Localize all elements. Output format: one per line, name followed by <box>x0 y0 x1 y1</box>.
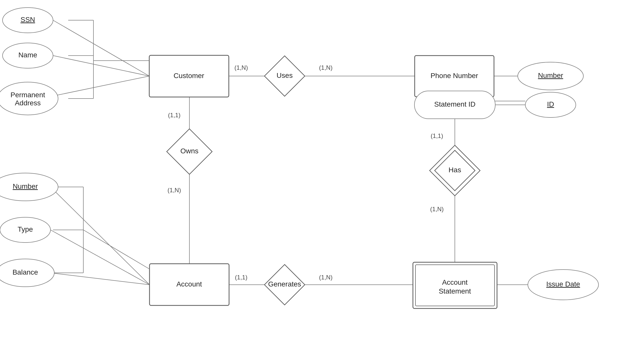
entity-customer-label: Customer <box>174 72 204 80</box>
entity-account-label: Account <box>176 280 202 288</box>
relationship-owns-label: Owns <box>180 147 199 155</box>
line-ssn-customer <box>53 20 149 76</box>
attribute-account-number-label: Number <box>13 182 38 190</box>
attribute-type-label: Type <box>18 225 33 233</box>
line-name-customer <box>53 56 149 76</box>
attribute-issue-date-label: Issue Date <box>546 280 580 288</box>
line-balance-account <box>51 273 150 285</box>
attribute-phone-number-val-label: Number <box>538 71 563 79</box>
card-owns-account: (1,N) <box>167 187 181 194</box>
card-generates-statement: (1,N) <box>319 274 332 281</box>
line-number-account <box>51 187 150 285</box>
card-has-statement: (1,N) <box>430 206 443 212</box>
entity-account-statement-label2: Statement <box>439 287 471 295</box>
connector-acct-to-entity <box>83 230 150 269</box>
card-customer-uses: (1,N) <box>234 64 248 71</box>
relationship-has-label: Has <box>449 166 461 174</box>
relationship-uses-label: Uses <box>277 71 293 79</box>
attribute-perm-addr-label1: Permanent <box>11 91 45 99</box>
attribute-perm-addr-label2: Address <box>15 99 41 107</box>
line-type-account <box>51 230 150 285</box>
attribute-id-label: ID <box>547 100 554 108</box>
card-customer-owns: (1,1) <box>168 112 180 118</box>
attribute-balance-label: Balance <box>12 268 38 276</box>
card-account-generates: (1,1) <box>235 274 247 281</box>
line-address-customer <box>53 76 149 96</box>
entity-account-statement-label1: Account <box>442 278 467 286</box>
attribute-ssn-label: SSN <box>20 16 35 23</box>
attribute-name-label: Name <box>18 51 37 59</box>
relationship-generates-label: Generates <box>268 280 301 288</box>
attribute-statement-id-label: Statement ID <box>434 100 475 108</box>
card-uses-phone: (1,N) <box>319 64 332 71</box>
entity-phone-number-label: Phone Number <box>431 72 478 80</box>
card-statementid-has: (1,1) <box>431 132 443 139</box>
